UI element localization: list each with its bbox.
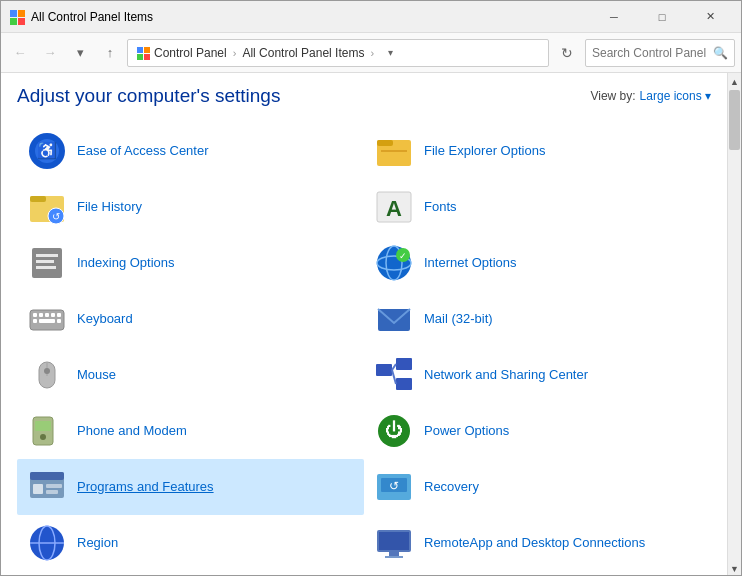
panel-item-filehistory[interactable]: ↺File History [17, 179, 364, 235]
search-input[interactable] [592, 46, 709, 60]
svg-rect-30 [33, 313, 37, 317]
forward-button[interactable]: → [37, 40, 63, 66]
filehistory-icon: ↺ [27, 187, 67, 227]
svg-rect-5 [144, 47, 150, 53]
panel-item-mouse[interactable]: Mouse [17, 347, 364, 403]
view-by-label: View by: [590, 89, 635, 103]
panel-item-power[interactable]: ⏻Power Options [364, 403, 711, 459]
scrollbar[interactable]: ▲ ▼ [727, 73, 741, 576]
svg-rect-34 [57, 313, 61, 317]
panel-item-label-mouse: Mouse [77, 367, 116, 384]
panel-item-label-fileexplorer: File Explorer Options [424, 143, 545, 160]
address-field[interactable]: Control Panel › All Control Panel Items … [127, 39, 549, 67]
panel-item-internet[interactable]: ✓Internet Options [364, 235, 711, 291]
window-title: All Control Panel Items [31, 10, 591, 24]
title-bar: All Control Panel Items ─ □ ✕ [1, 1, 741, 33]
svg-rect-15 [30, 196, 46, 202]
panel-item-label-ease: Ease of Access Center [77, 143, 209, 160]
svg-rect-35 [33, 319, 37, 323]
svg-rect-65 [389, 552, 399, 556]
svg-rect-56 [46, 490, 58, 494]
panel-item-security[interactable]: Security and Maintenance [17, 571, 364, 576]
svg-rect-55 [46, 484, 62, 488]
mail-icon [374, 299, 414, 339]
mouse-icon [27, 355, 67, 395]
svg-rect-66 [385, 556, 403, 558]
panel-item-label-programs: Programs and Features [77, 479, 214, 496]
breadcrumb-controlpanel[interactable]: Control Panel [154, 46, 227, 60]
svg-rect-48 [35, 421, 51, 431]
svg-rect-12 [377, 140, 393, 146]
power-icon: ⏻ [374, 411, 414, 451]
breadcrumb-allitems[interactable]: All Control Panel Items [242, 46, 364, 60]
address-bar: ← → ▾ ↑ Control Panel › All Control Pane… [1, 33, 741, 73]
svg-text:⏻: ⏻ [385, 420, 403, 440]
panel-item-label-region: Region [77, 535, 118, 552]
svg-rect-22 [36, 260, 54, 263]
panel-item-network[interactable]: Network and Sharing Center [364, 347, 711, 403]
svg-rect-23 [36, 266, 56, 269]
remoteapp-icon [374, 523, 414, 563]
panel-item-label-internet: Internet Options [424, 255, 517, 272]
svg-rect-1 [18, 10, 25, 17]
page-title: Adjust your computer's settings [17, 85, 280, 107]
panel-item-fonts[interactable]: AFonts [364, 179, 711, 235]
svg-line-46 [392, 370, 396, 384]
panel-item-region[interactable]: Region [17, 515, 364, 571]
svg-rect-43 [396, 358, 412, 370]
main-area: Adjust your computer's settings View by:… [1, 73, 741, 576]
maximize-button[interactable]: □ [639, 1, 685, 33]
svg-rect-37 [57, 319, 61, 323]
indexing-icon [27, 243, 67, 283]
svg-point-49 [40, 434, 46, 440]
svg-rect-36 [39, 319, 55, 323]
panel-item-keyboard[interactable]: Keyboard [17, 291, 364, 347]
close-button[interactable]: ✕ [687, 1, 733, 33]
svg-text:↺: ↺ [389, 479, 399, 493]
panel-item-phone[interactable]: Phone and Modem [17, 403, 364, 459]
panel-item-label-keyboard: Keyboard [77, 311, 133, 328]
panel-item-mail[interactable]: Mail (32-bit) [364, 291, 711, 347]
svg-rect-4 [137, 47, 143, 53]
view-by-value[interactable]: Large icons ▾ [640, 89, 711, 103]
svg-rect-13 [381, 150, 407, 152]
panel-item-label-mail: Mail (32-bit) [424, 311, 493, 328]
svg-rect-21 [36, 254, 58, 257]
window-controls: ─ □ ✕ [591, 1, 733, 33]
svg-rect-6 [137, 54, 143, 60]
panel-item-label-power: Power Options [424, 423, 509, 440]
content-header: Adjust your computer's settings View by:… [17, 85, 711, 107]
recent-locations-button[interactable]: ▾ [67, 40, 93, 66]
panel-item-indexing[interactable]: Indexing Options [17, 235, 364, 291]
search-box[interactable]: 🔍 [585, 39, 735, 67]
fileexplorer-icon [374, 131, 414, 171]
region-icon [27, 523, 67, 563]
scroll-up-button[interactable]: ▲ [728, 73, 742, 90]
view-by-arrow: ▾ [705, 89, 711, 103]
svg-rect-44 [396, 378, 412, 390]
minimize-button[interactable]: ─ [591, 1, 637, 33]
up-button[interactable]: ↑ [97, 40, 123, 66]
panel-item-sound[interactable]: Sound [364, 571, 711, 576]
panel-item-label-filehistory: File History [77, 199, 142, 216]
svg-rect-64 [379, 532, 409, 550]
panel-item-remoteapp[interactable]: RemoteApp and Desktop Connections [364, 515, 711, 571]
refresh-button[interactable]: ↻ [553, 39, 581, 67]
panel-item-ease[interactable]: ♿Ease of Access Center [17, 123, 364, 179]
back-button[interactable]: ← [7, 40, 33, 66]
address-dropdown-button[interactable]: ▾ [380, 39, 400, 67]
keyboard-icon [27, 299, 67, 339]
panel-item-programs[interactable]: Programs and Features [17, 459, 364, 515]
svg-rect-31 [39, 313, 43, 317]
svg-text:A: A [386, 196, 402, 221]
panel-item-label-recovery: Recovery [424, 479, 479, 496]
breadcrumb-sep2: › [370, 47, 374, 59]
scroll-down-button[interactable]: ▼ [728, 560, 742, 576]
panel-item-label-network: Network and Sharing Center [424, 367, 588, 384]
panel-item-recovery[interactable]: ↺Recovery [364, 459, 711, 515]
app-icon [9, 9, 25, 25]
panel-item-fileexplorer[interactable]: File Explorer Options [364, 123, 711, 179]
scroll-thumb[interactable] [729, 90, 740, 150]
svg-rect-3 [18, 18, 25, 25]
scroll-track[interactable] [728, 90, 741, 560]
